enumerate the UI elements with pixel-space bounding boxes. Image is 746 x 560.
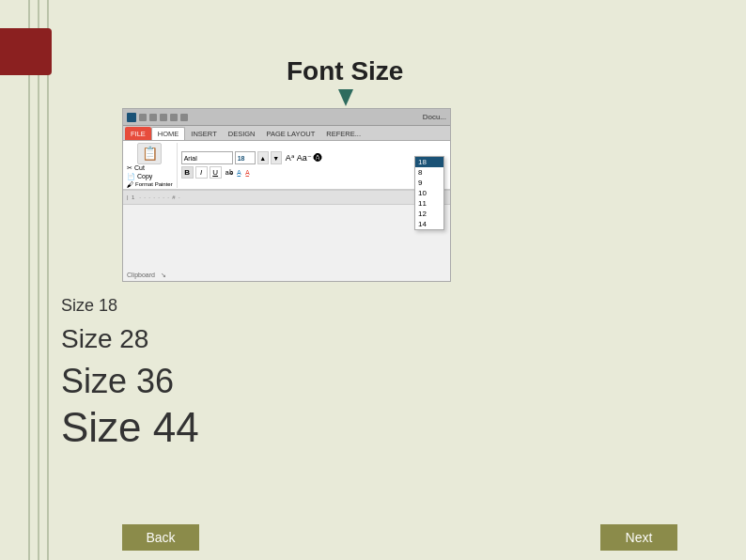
highlight-label: A̲ xyxy=(245,169,250,177)
size-dropdown-9[interactable]: 9 xyxy=(415,178,443,188)
deco-line-3 xyxy=(47,0,49,560)
format-painter-item: 🖌Format Painter xyxy=(127,181,173,188)
bold-button[interactable]: B xyxy=(181,166,194,179)
font-size-box[interactable]: 18 xyxy=(235,151,256,164)
increase-font-button[interactable]: ▲ xyxy=(257,151,269,164)
size-36-label: Size 36 xyxy=(61,362,174,401)
clipboard-items: ✂Cut 📄Copy 🖌Format Painter xyxy=(127,164,173,188)
clipboard-label: Clipboard ↘ xyxy=(127,272,166,279)
undo-icon xyxy=(149,114,157,121)
ruler: | 1 · · · · · · · # · xyxy=(123,190,450,205)
page-title: Font Size xyxy=(287,56,403,86)
tab-file[interactable]: FILE xyxy=(125,127,151,140)
deco-line-2 xyxy=(38,0,39,560)
ribbon-title-bar: Docu... xyxy=(123,109,450,126)
tab-design[interactable]: DESIGN xyxy=(223,127,261,140)
ribbon-tabs: FILE HOME INSERT DESIGN PAGE LAYOUT REFE… xyxy=(123,126,450,141)
redo-icon xyxy=(160,114,167,121)
save-icon xyxy=(139,114,147,121)
tab-insert[interactable]: INSERT xyxy=(185,127,222,140)
tab-page-layout[interactable]: PAGE LAYOUT xyxy=(260,127,320,140)
next-button[interactable]: Next xyxy=(600,524,677,551)
doc-title: Docu... xyxy=(423,113,446,121)
size-18-label: Size 18 xyxy=(61,296,117,316)
ribbon-title-icons xyxy=(127,113,188,122)
size-28-label: Size 28 xyxy=(61,324,148,354)
strikethrough-label: ab̶ xyxy=(225,169,233,177)
copy-item: 📄Copy xyxy=(127,173,173,180)
font-options: Aᵃ Aa⁻ 🅐 xyxy=(286,153,323,163)
size-dropdown-11[interactable]: 11 xyxy=(415,198,443,209)
size-dropdown-8[interactable]: 8 xyxy=(415,167,443,178)
back-button[interactable]: Back xyxy=(122,524,199,551)
font-color-label: A̲ xyxy=(237,169,241,177)
ribbon-content: 📋 ✂Cut 📄Copy 🖌Format Painter Arial 18 ▲ … xyxy=(123,141,450,190)
underline-button[interactable]: U xyxy=(210,166,222,179)
size-dropdown-10[interactable]: 10 xyxy=(415,188,443,198)
decorative-lines xyxy=(28,0,66,560)
font-name-box[interactable]: Arial xyxy=(181,151,233,164)
cut-item: ✂Cut xyxy=(127,164,173,172)
size-dropdown-12[interactable]: 12 xyxy=(415,209,443,219)
tab-home[interactable]: HOME xyxy=(151,127,186,140)
word-logo-icon xyxy=(127,113,136,122)
open-icon xyxy=(170,114,178,121)
tab-references[interactable]: REFERE... xyxy=(320,127,366,140)
font-group: Arial 18 ▲ ▼ Aᵃ Aa⁻ 🅐 B I U ab̶ A̲ A̲ xyxy=(181,151,446,179)
deco-line-1 xyxy=(28,0,30,560)
size-dropdown-18[interactable]: 18 xyxy=(415,157,443,167)
font-row2: B I U ab̶ A̲ A̲ xyxy=(181,166,446,179)
paste-button[interactable]: 📋 xyxy=(137,143,162,164)
font-size-dropdown[interactable]: 18 8 9 10 11 12 14 xyxy=(414,156,444,230)
font-row1: Arial 18 ▲ ▼ Aᵃ Aa⁻ 🅐 xyxy=(181,151,446,164)
bookmark-tab xyxy=(0,28,52,75)
print-icon xyxy=(180,114,188,121)
italic-button[interactable]: I xyxy=(195,166,208,179)
arrow-down-icon xyxy=(338,89,353,106)
clipboard-group: 📋 ✂Cut 📄Copy 🖌Format Painter xyxy=(127,143,178,188)
size-dropdown-14[interactable]: 14 xyxy=(415,219,443,229)
word-screenshot: Docu... FILE HOME INSERT DESIGN PAGE LAY… xyxy=(122,108,451,282)
decrease-font-button[interactable]: ▼ xyxy=(271,151,282,164)
size-44-label: Size 44 xyxy=(61,404,199,451)
